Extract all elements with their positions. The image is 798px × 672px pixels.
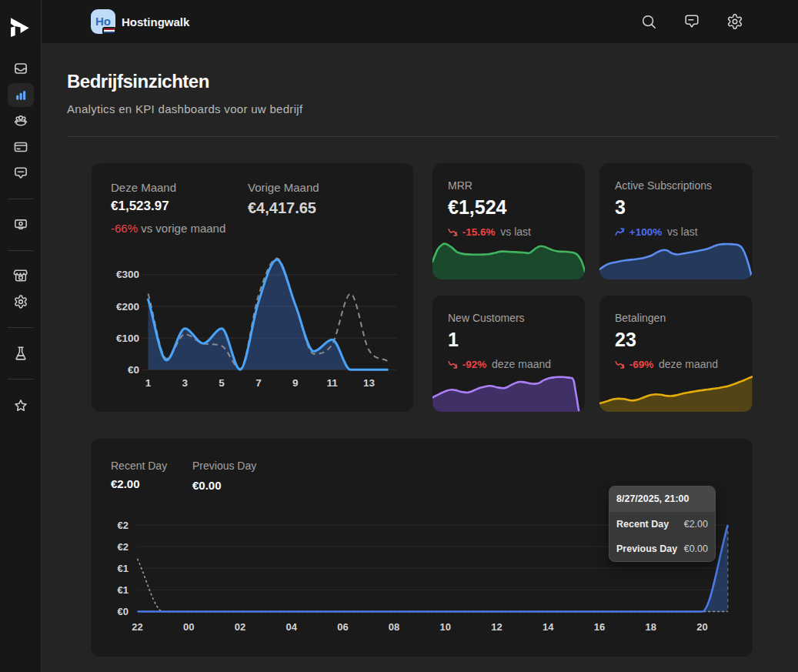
svg-text:€100: €100 (116, 333, 139, 344)
svg-text:€0: €0 (128, 364, 139, 376)
svg-text:18: 18 (645, 621, 656, 633)
svg-text:20: 20 (696, 621, 707, 633)
svg-text:16: 16 (594, 621, 605, 633)
svg-text:08: 08 (389, 621, 399, 633)
svg-text:5: 5 (219, 377, 225, 389)
svg-text:€2: €2 (118, 520, 129, 531)
svg-text:€2: €2 (118, 541, 129, 553)
svg-text:€1: €1 (118, 584, 129, 596)
svg-text:9: 9 (292, 377, 299, 389)
svg-text:10: 10 (440, 621, 451, 633)
svg-text:04: 04 (285, 621, 297, 633)
svg-text:11: 11 (326, 377, 338, 389)
svg-text:3: 3 (182, 377, 189, 389)
svg-text:€300: €300 (116, 269, 139, 280)
svg-text:12: 12 (491, 621, 502, 633)
svg-text:06: 06 (337, 621, 348, 633)
svg-text:1: 1 (145, 377, 152, 389)
svg-text:€0: €0 (118, 606, 129, 617)
svg-text:22: 22 (132, 621, 142, 633)
svg-text:€1: €1 (118, 563, 129, 574)
svg-text:€200: €200 (116, 301, 139, 313)
svg-text:14: 14 (543, 621, 554, 633)
svg-text:13: 13 (363, 377, 376, 389)
svg-text:02: 02 (235, 621, 245, 633)
svg-text:7: 7 (255, 377, 262, 389)
svg-text:00: 00 (183, 621, 194, 633)
